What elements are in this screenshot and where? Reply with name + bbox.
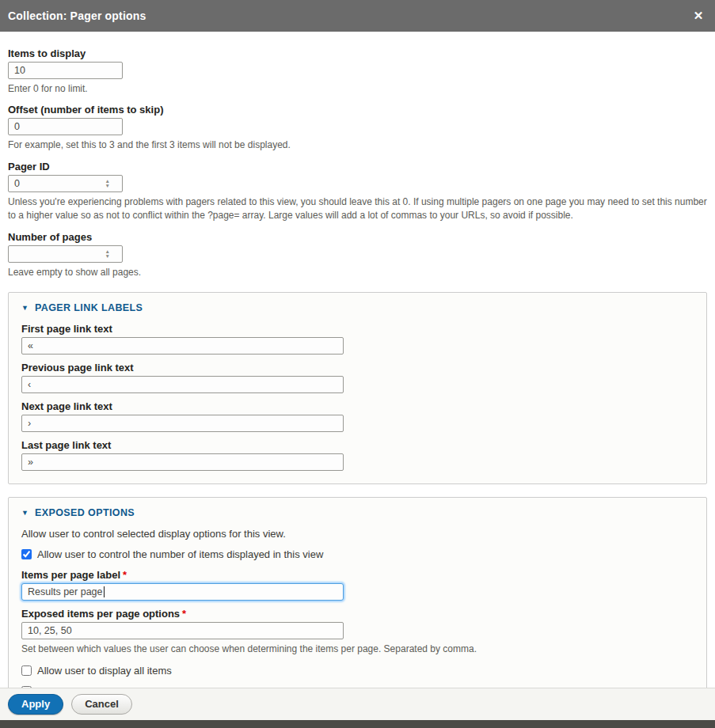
required-asterisk: *	[182, 608, 186, 620]
cancel-button[interactable]: Cancel	[71, 694, 132, 715]
dialog-title: Collection: Pager options	[8, 9, 146, 22]
number-of-pages-group: Number of pages ▲ ▼ Leave empty to show …	[8, 231, 707, 279]
exposed-items-options-help: Set between which values the user can ch…	[21, 643, 694, 656]
pager-id-help: Unless you're experiencing problems with…	[8, 195, 707, 223]
items-per-page-label-group: Items per page label*	[21, 569, 694, 601]
last-page-link-input[interactable]	[21, 453, 344, 471]
exposed-options-legend[interactable]: ▼ EXPOSED OPTIONS	[21, 506, 694, 518]
collapse-arrow-icon: ▼	[21, 304, 29, 312]
items-to-display-input[interactable]	[8, 62, 123, 79]
required-asterisk: *	[123, 569, 127, 581]
first-page-link-label: First page link text	[21, 323, 694, 335]
control-items-checkbox[interactable]	[21, 549, 32, 559]
pager-id-label: Pager ID	[8, 161, 707, 173]
display-all-checkbox[interactable]	[21, 665, 32, 676]
previous-page-link-input[interactable]	[21, 376, 344, 393]
next-page-link-input[interactable]	[21, 415, 344, 432]
control-items-checkbox-row: Allow user to control the number of item…	[21, 548, 694, 560]
offset-input[interactable]	[8, 118, 123, 135]
spinner-down-icon[interactable]: ▼	[105, 254, 110, 259]
first-page-link-group: First page link text	[21, 323, 694, 355]
number-of-pages-help: Leave empty to show all pages.	[8, 266, 707, 279]
page-background-bar	[0, 720, 715, 728]
legend-text: EXPOSED OPTIONS	[35, 507, 135, 518]
exposed-items-options-input[interactable]	[21, 622, 344, 639]
next-page-link-group: Next page link text	[21, 400, 694, 432]
number-of-pages-label: Number of pages	[8, 231, 707, 243]
number-spinner-icon[interactable]: ▲ ▼	[105, 249, 110, 259]
offset-group: Offset (number of items to skip) For exa…	[8, 104, 707, 152]
number-spinner-icon[interactable]: ▲ ▼	[105, 179, 110, 188]
apply-button[interactable]: Apply	[8, 694, 63, 715]
items-per-page-label-label: Items per page label*	[21, 569, 694, 581]
items-to-display-group: Items to display Enter 0 for no limit.	[8, 47, 707, 96]
previous-page-link-label: Previous page link text	[21, 362, 694, 373]
text-caret	[104, 586, 105, 597]
close-icon[interactable]: ✕	[690, 7, 707, 25]
items-to-display-help: Enter 0 for no limit.	[8, 82, 707, 96]
legend-text: PAGER LINK LABELS	[35, 302, 143, 313]
dialog-footer: Apply Cancel	[0, 688, 715, 720]
display-all-checkbox-row: Allow user to display all items	[21, 665, 694, 677]
exposed-options-fieldset: ▼ EXPOSED OPTIONS Allow user to control …	[8, 497, 707, 688]
next-page-link-label: Next page link text	[21, 400, 694, 412]
exposed-options-description: Allow user to control selected display o…	[21, 528, 694, 540]
exposed-items-options-label: Exposed items per page options*	[21, 608, 694, 620]
last-page-link-label: Last page link text	[21, 439, 694, 451]
exposed-items-options-group: Exposed items per page options* Set betw…	[21, 608, 694, 656]
previous-page-link-group: Previous page link text	[21, 362, 694, 393]
pager-link-labels-fieldset: ▼ PAGER LINK LABELS First page link text…	[8, 292, 707, 484]
pager-options-dialog: Collection: Pager options ✕ Items to dis…	[0, 0, 715, 728]
control-items-checkbox-label: Allow user to control the number of item…	[37, 548, 323, 560]
items-to-display-label: Items to display	[8, 47, 707, 59]
offset-help: For example, set this to 3 and the first…	[8, 138, 707, 152]
last-page-link-group: Last page link text	[21, 439, 694, 471]
first-page-link-input[interactable]	[21, 337, 344, 355]
dialog-content: Items to display Enter 0 for no limit. O…	[0, 32, 715, 688]
offset-label: Offset (number of items to skip)	[8, 104, 707, 116]
label-text: Items per page label	[21, 569, 120, 581]
collapse-arrow-icon: ▼	[21, 509, 29, 517]
pager-id-group: Pager ID ▲ ▼ Unless you're experiencing …	[8, 161, 707, 223]
display-all-checkbox-label: Allow user to display all items	[37, 665, 172, 677]
label-text: Exposed items per page options	[21, 608, 180, 620]
items-per-page-label-input[interactable]	[21, 583, 344, 601]
spinner-down-icon[interactable]: ▼	[105, 184, 110, 188]
pager-link-labels-legend[interactable]: ▼ PAGER LINK LABELS	[21, 301, 694, 313]
dialog-titlebar: Collection: Pager options ✕	[0, 0, 715, 32]
